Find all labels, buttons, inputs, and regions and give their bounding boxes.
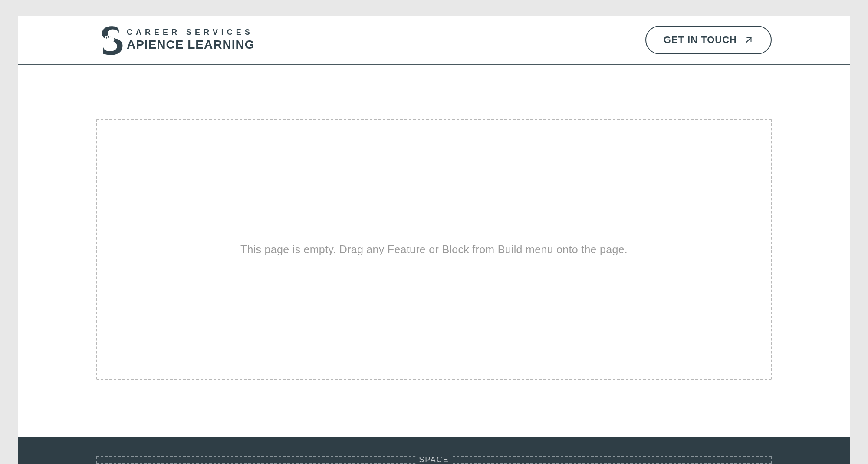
logo-text: CAREER SERVICES APIENCE LEARNING bbox=[127, 28, 254, 52]
space-block[interactable]: SPACE bbox=[96, 456, 772, 464]
space-label: SPACE bbox=[415, 455, 453, 464]
logo-line2: APIENCE LEARNING bbox=[127, 37, 254, 52]
page-canvas: CAREER SERVICES APIENCE LEARNING GET IN … bbox=[18, 16, 850, 464]
logo-line1: CAREER SERVICES bbox=[127, 28, 254, 37]
arrow-up-right-icon bbox=[744, 35, 753, 45]
svg-line-1 bbox=[746, 38, 751, 43]
get-in-touch-button[interactable]: GET IN TOUCH bbox=[645, 26, 772, 54]
empty-page-dropzone[interactable]: This page is empty. Drag any Feature or … bbox=[96, 119, 772, 380]
cta-label: GET IN TOUCH bbox=[664, 34, 737, 46]
dropzone-hint-text: This page is empty. Drag any Feature or … bbox=[240, 243, 628, 256]
site-header: CAREER SERVICES APIENCE LEARNING GET IN … bbox=[18, 16, 850, 65]
page-content: This page is empty. Drag any Feature or … bbox=[18, 65, 850, 437]
editor-viewport: CAREER SERVICES APIENCE LEARNING GET IN … bbox=[0, 0, 868, 464]
site-footer: SPACE bbox=[18, 437, 850, 464]
logo-mark-icon bbox=[96, 24, 128, 56]
logo[interactable]: CAREER SERVICES APIENCE LEARNING bbox=[96, 24, 254, 56]
